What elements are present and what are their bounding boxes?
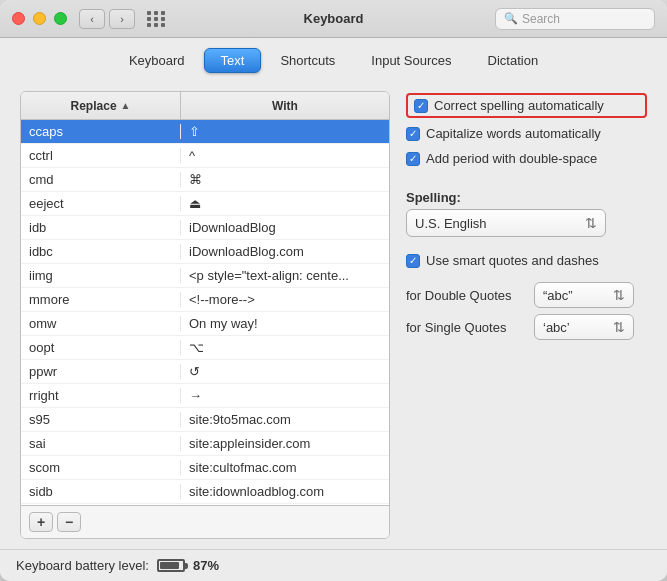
cell-replace: s95	[21, 412, 181, 427]
cell-replace: cmd	[21, 172, 181, 187]
tab-bar: Keyboard Text Shortcuts Input Sources Di…	[0, 38, 667, 81]
cell-replace: eeject	[21, 196, 181, 211]
table-row[interactable]: scom site:cultofmac.com	[21, 456, 389, 480]
cell-replace: idbc	[21, 244, 181, 259]
cell-with: site:cultofmac.com	[181, 460, 389, 475]
cell-replace: idb	[21, 220, 181, 235]
keyboard-window: ‹ › Keyboard 🔍 Search Keyboard Text Shor…	[0, 0, 667, 581]
close-button[interactable]	[12, 12, 25, 25]
col-replace: Replace ▲	[21, 92, 181, 119]
table-row[interactable]: omw On my way!	[21, 312, 389, 336]
capitalize-label: Capitalize words automatically	[426, 126, 601, 141]
correct-spelling-highlight: ✓ Correct spelling automatically	[406, 93, 647, 118]
table-row[interactable]: mmore <!--more-->	[21, 288, 389, 312]
cell-with: site:idownloadblog.com	[181, 484, 389, 499]
cell-with: ⌥	[181, 340, 389, 355]
spelling-select[interactable]: U.S. English ⇅	[406, 209, 606, 237]
period-row: ✓ Add period with double-space	[406, 151, 647, 166]
spelling-section-label: Spelling:	[406, 190, 647, 205]
titlebar: ‹ › Keyboard 🔍 Search	[0, 0, 667, 38]
correct-spelling-checkbox[interactable]: ✓	[414, 99, 428, 113]
smart-quotes-checkbox[interactable]: ✓	[406, 254, 420, 268]
quotes-section: for Double Quotes “abc” ⇅ for Single Quo…	[406, 282, 647, 340]
table-row[interactable]: ppwr ↺	[21, 360, 389, 384]
nav-buttons: ‹ ›	[79, 9, 135, 29]
table-row[interactable]: oopt ⌥	[21, 336, 389, 360]
table-row[interactable]: sidb site:idownloadblog.com	[21, 480, 389, 504]
battery-level-label: Keyboard battery level:	[16, 558, 149, 573]
cell-replace: cctrl	[21, 148, 181, 163]
cell-with: →	[181, 388, 389, 403]
table-row[interactable]: iimg <p style="text-align: cente...	[21, 264, 389, 288]
table-row[interactable]: sai site:appleinsider.com	[21, 432, 389, 456]
search-placeholder: Search	[522, 12, 560, 26]
cell-replace: sai	[21, 436, 181, 451]
search-icon: 🔍	[504, 12, 518, 25]
grid-icon	[147, 11, 166, 27]
checkmark-icon: ✓	[409, 154, 417, 164]
cell-with: site:9to5mac.com	[181, 412, 389, 427]
table-row[interactable]: cmd ⌘	[21, 168, 389, 192]
battery-icon	[157, 559, 185, 572]
correct-spelling-label: Correct spelling automatically	[434, 98, 604, 113]
table-row[interactable]: ccaps ⇧	[21, 120, 389, 144]
cell-with: ↺	[181, 364, 389, 379]
double-quotes-value: “abc”	[543, 288, 573, 303]
double-quotes-row: for Double Quotes “abc” ⇅	[406, 282, 647, 308]
search-box[interactable]: 🔍 Search	[495, 8, 655, 30]
table-row[interactable]: idb iDownloadBlog	[21, 216, 389, 240]
cell-with: <p style="text-align: cente...	[181, 268, 389, 283]
cell-with: <!--more-->	[181, 292, 389, 307]
cell-replace: iimg	[21, 268, 181, 283]
table-row[interactable]: rright →	[21, 384, 389, 408]
table-row[interactable]: idbc iDownloadBlog.com	[21, 240, 389, 264]
cell-with: iDownloadBlog	[181, 220, 389, 235]
sort-arrow-icon: ▲	[121, 100, 131, 111]
text-replacements-table: Replace ▲ With ccaps ⇧ cctrl ^ cmd ⌘	[20, 91, 390, 539]
tab-input-sources[interactable]: Input Sources	[354, 48, 468, 73]
cell-replace: ppwr	[21, 364, 181, 379]
table-row[interactable]: s95 site:9to5mac.com	[21, 408, 389, 432]
spelling-arrows-icon: ⇅	[585, 216, 597, 230]
smart-quotes-row: ✓ Use smart quotes and dashes	[406, 253, 647, 268]
cell-replace: omw	[21, 316, 181, 331]
battery-fill	[160, 562, 179, 569]
battery-percentage: 87%	[193, 558, 219, 573]
minimize-button[interactable]	[33, 12, 46, 25]
checkmark-icon: ✓	[417, 101, 425, 111]
table-footer: + −	[21, 505, 389, 538]
single-quotes-label: for Single Quotes	[406, 320, 526, 335]
back-button[interactable]: ‹	[79, 9, 105, 29]
cell-replace: oopt	[21, 340, 181, 355]
cell-with: On my way!	[181, 316, 389, 331]
table-body: ccaps ⇧ cctrl ^ cmd ⌘ eeject ⏏ idb iDo	[21, 120, 389, 505]
tab-text[interactable]: Text	[204, 48, 262, 73]
table-row[interactable]: eeject ⏏	[21, 192, 389, 216]
cell-replace: scom	[21, 460, 181, 475]
tab-keyboard[interactable]: Keyboard	[112, 48, 202, 73]
cell-with: ⌘	[181, 172, 389, 187]
grid-button[interactable]	[143, 9, 169, 29]
double-quotes-select[interactable]: “abc” ⇅	[534, 282, 634, 308]
period-label: Add period with double-space	[426, 151, 597, 166]
single-quotes-select[interactable]: ‘abc’ ⇅	[534, 314, 634, 340]
remove-row-button[interactable]: −	[57, 512, 81, 532]
period-checkbox[interactable]: ✓	[406, 152, 420, 166]
table-row[interactable]: cctrl ^	[21, 144, 389, 168]
spelling-value: U.S. English	[415, 216, 487, 231]
capitalize-row: ✓ Capitalize words automatically	[406, 126, 647, 141]
double-quotes-label: for Double Quotes	[406, 288, 526, 303]
add-row-button[interactable]: +	[29, 512, 53, 532]
maximize-button[interactable]	[54, 12, 67, 25]
capitalize-checkbox[interactable]: ✓	[406, 127, 420, 141]
cell-with: ⏏	[181, 196, 389, 211]
cell-replace: ccaps	[21, 124, 181, 139]
single-quotes-value: ‘abc’	[543, 320, 570, 335]
cell-with: ^	[181, 148, 389, 163]
double-quotes-arrows-icon: ⇅	[613, 288, 625, 302]
tab-shortcuts[interactable]: Shortcuts	[263, 48, 352, 73]
smart-quotes-label: Use smart quotes and dashes	[426, 253, 599, 268]
cell-replace: sidb	[21, 484, 181, 499]
forward-button[interactable]: ›	[109, 9, 135, 29]
tab-dictation[interactable]: Dictation	[471, 48, 556, 73]
